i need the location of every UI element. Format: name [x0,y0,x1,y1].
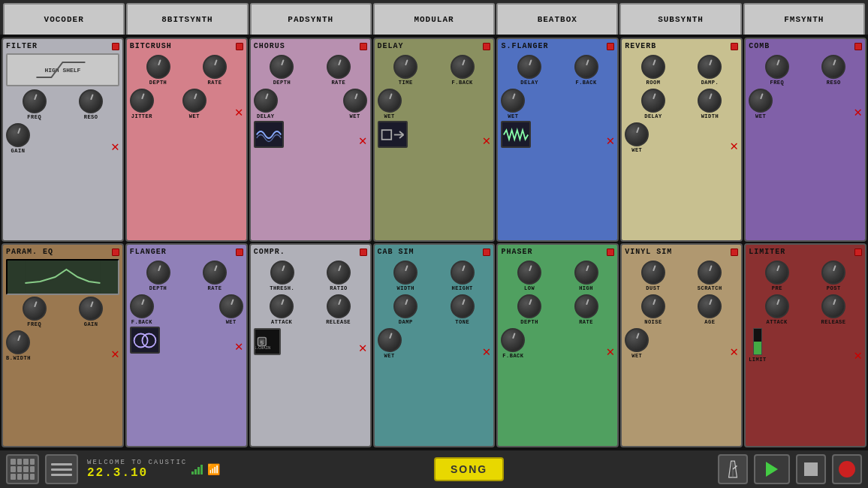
chorus-led[interactable] [360,43,367,50]
chorus-wave-display[interactable] [254,121,284,148]
sflanger-fback-knob[interactable] [574,55,598,79]
compr-ratio-knob[interactable] [327,261,351,285]
flanger-wet-knob[interactable] [219,294,243,318]
flanger-rate-knob[interactable] [203,261,227,285]
phaser-depth-knob[interactable] [517,294,541,318]
record-button[interactable] [832,454,862,484]
compr-attack-knob[interactable] [270,294,294,318]
filter-gain-knob[interactable] [6,123,30,147]
compr-remove-button[interactable]: ✕ [359,342,367,355]
sflanger-remove-button[interactable]: ✕ [606,134,614,148]
param-eq-freq-knob[interactable] [23,297,47,321]
compr-thresh-knob[interactable] [270,261,294,285]
chorus-rate-knob[interactable] [327,55,351,79]
delay-fback-knob[interactable] [451,55,475,79]
comb-freq-knob[interactable] [765,55,789,79]
grid-view-button[interactable] [6,454,39,484]
vinyl-sim-noise-knob[interactable] [641,294,665,318]
chorus-wet-knob[interactable] [343,89,367,113]
filter-led[interactable] [112,43,119,50]
phaser-rate-knob[interactable] [574,294,598,318]
cab-sim-height-knob[interactable] [451,261,475,285]
menu-button[interactable] [45,454,78,484]
sflanger-wave-display[interactable] [501,121,531,148]
tab-vocoder[interactable]: VOCODER [3,3,125,35]
phaser-fback-knob[interactable] [501,328,525,352]
sflanger-led[interactable] [607,43,614,50]
vinyl-sim-dust-knob[interactable] [641,261,665,285]
cab-sim-led[interactable] [483,249,490,256]
cab-sim-width-knob[interactable] [393,261,417,285]
compr-chain-display[interactable]: 5 S.CHAIN [254,328,281,355]
param-eq-gain-knob[interactable] [79,297,103,321]
limiter-release-knob[interactable] [821,294,845,318]
bitcrush-rate-knob[interactable] [203,55,227,79]
reverb-remove-button[interactable]: ✕ [730,140,738,153]
flanger-depth-knob[interactable] [146,261,170,285]
sflanger-delay-knob[interactable] [517,55,541,79]
chorus-depth-knob[interactable] [270,55,294,79]
tab-subsynth[interactable]: SUBSYNTH [619,3,741,35]
param-eq-led[interactable] [112,249,119,256]
param-eq-bwidth-knob[interactable] [6,330,30,354]
flanger-wave-display[interactable] [130,327,160,354]
phaser-low-knob[interactable] [517,261,541,285]
stop-button[interactable] [796,454,826,484]
tab-beatbox[interactable]: BEATBOX [496,3,618,35]
reverb-wet-knob[interactable] [625,122,649,146]
limiter-led[interactable] [854,249,862,256]
vinyl-sim-scratch-knob[interactable] [698,261,722,285]
comb-reso-knob[interactable] [821,55,845,79]
bitcrush-remove-button[interactable]: ✕ [235,106,243,119]
song-button[interactable]: SONG [434,457,504,481]
compr-led[interactable] [360,249,367,256]
limiter-remove-button[interactable]: ✕ [854,349,862,363]
delay-time-knob[interactable] [393,55,417,79]
tab-8bitsynth[interactable]: 8BITSYNTH [126,3,248,35]
tab-modular[interactable]: MODULAR [373,3,495,35]
reverb-room-knob[interactable] [641,55,665,79]
bitcrush-jitter-knob[interactable] [130,89,154,113]
vinyl-sim-age-knob[interactable] [698,294,722,318]
bitcrush-depth-knob[interactable] [146,55,170,79]
delay-wet-knob[interactable] [378,89,402,113]
filter-freq-knob[interactable] [23,89,47,113]
param-eq-remove-button[interactable]: ✕ [111,348,119,361]
bitcrush-wet-knob[interactable] [182,89,206,113]
delay-remove-button[interactable]: ✕ [483,134,491,148]
filter-remove-button[interactable]: ✕ [111,140,119,154]
cab-sim-tone-knob[interactable] [451,294,475,318]
tab-padsynth[interactable]: PADSYNTH [250,3,372,35]
chorus-delay-knob[interactable] [254,89,278,113]
flanger-fback-knob[interactable] [130,294,154,318]
reverb-led[interactable] [731,43,738,50]
delay-wave-display[interactable] [378,121,408,148]
limiter-pre-knob[interactable] [765,261,789,285]
phaser-led[interactable] [607,249,614,256]
cab-sim-damp-knob[interactable] [393,294,417,318]
compr-release-knob[interactable] [327,294,351,318]
phaser-high-knob[interactable] [574,261,598,285]
chorus-remove-button[interactable]: ✕ [359,134,367,148]
flanger-led[interactable] [236,249,243,256]
tab-fmsynth[interactable]: FMSYNTH [743,3,865,35]
limiter-post-knob[interactable] [821,261,845,285]
delay-led[interactable] [483,43,490,50]
cab-sim-wet-knob[interactable] [378,328,402,352]
cab-sim-remove-button[interactable]: ✕ [483,345,491,359]
comb-wet-knob[interactable] [749,89,773,113]
reverb-delay-knob[interactable] [641,89,665,113]
phaser-remove-button[interactable]: ✕ [606,345,614,359]
sflanger-wet-knob[interactable] [501,89,525,113]
filter-reso-knob[interactable] [79,89,103,113]
vinyl-sim-wet-knob[interactable] [625,328,649,352]
bitcrush-led[interactable] [236,43,243,50]
flanger-remove-button[interactable]: ✕ [235,340,243,354]
metronome-button[interactable] [718,454,748,484]
reverb-width-knob[interactable] [698,89,722,113]
vinyl-sim-led[interactable] [731,249,738,256]
vinyl-sim-remove-button[interactable]: ✕ [730,345,738,359]
comb-remove-button[interactable]: ✕ [854,106,862,119]
reverb-damp-knob[interactable] [698,55,722,79]
limiter-attack-knob[interactable] [765,294,789,318]
